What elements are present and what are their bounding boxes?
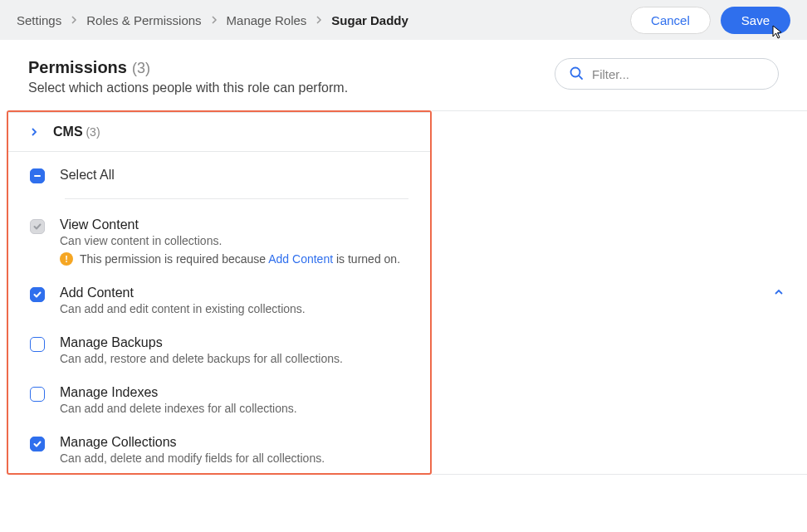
breadcrumb-roles-permissions[interactable]: Roles & Permissions	[86, 13, 201, 27]
permission-desc: Can add and edit content in existing col…	[60, 302, 408, 315]
permission-note-suffix: is turned on.	[333, 252, 400, 266]
permissions-list: Select All View Content Can view content…	[8, 152, 430, 473]
permission-desc: Can add and delete indexes for all colle…	[60, 402, 408, 415]
checkbox-manage-backups[interactable]	[30, 337, 45, 352]
permission-note: ! This permission is required because Ad…	[60, 252, 408, 266]
permission-desc: Can add, restore and delete backups for …	[60, 352, 408, 365]
page-title-label: Permissions	[28, 58, 127, 77]
permission-desc: Can view content in collections.	[60, 234, 408, 247]
cancel-button[interactable]: Cancel	[630, 7, 711, 34]
chevron-right-icon	[30, 128, 38, 136]
svg-line-1	[579, 76, 582, 79]
header-actions: Cancel Save	[630, 7, 790, 34]
highlight-frame: CMS (3) Select All View Content Can view…	[7, 110, 432, 475]
section-title-label: CMS	[53, 124, 83, 139]
permission-view-content: View Content Can view content in collect…	[30, 206, 408, 274]
save-button[interactable]: Save	[721, 7, 790, 34]
permission-manage-indexes: Manage Indexes Can add and delete indexe…	[30, 373, 408, 423]
checkbox-manage-indexes[interactable]	[30, 387, 45, 402]
permission-title: Manage Collections	[60, 435, 408, 450]
filter-input[interactable]	[592, 67, 765, 81]
chevron-right-icon	[210, 16, 218, 24]
page-title-count: (3)	[132, 60, 150, 77]
checkbox-manage-collections[interactable]	[30, 437, 45, 451]
select-all-label: Select All	[60, 168, 115, 183]
permission-title: View Content	[60, 217, 408, 232]
permission-add-content: Add Content Can add and edit content in …	[30, 274, 408, 324]
page-title: Permissions (3)	[28, 58, 348, 77]
permission-note-prefix: This permission is required because	[80, 252, 268, 266]
warning-icon: !	[60, 252, 73, 266]
permission-manage-collections: Manage Collections Can add, delete and m…	[30, 423, 408, 473]
permission-note-link[interactable]: Add Content	[268, 252, 333, 266]
permission-title: Manage Backups	[60, 335, 408, 350]
breadcrumb: Settings Roles & Permissions Manage Role…	[17, 13, 408, 27]
section-title: CMS (3)	[53, 124, 100, 139]
select-all-checkbox[interactable]	[30, 168, 45, 183]
title-text: Permissions (3) Select which actions peo…	[28, 58, 348, 95]
permission-desc: Can add, delete and modify fields for al…	[60, 451, 408, 465]
section-count: (3)	[86, 125, 100, 139]
chevron-up-icon[interactable]	[774, 286, 784, 300]
checkbox-view-content	[30, 219, 45, 234]
header-bar: Settings Roles & Permissions Manage Role…	[0, 0, 807, 40]
search-icon	[569, 66, 584, 83]
save-button-label: Save	[741, 13, 770, 27]
section-header-cms[interactable]: CMS (3)	[8, 112, 430, 152]
cursor-icon	[771, 24, 785, 41]
title-row: Permissions (3) Select which actions peo…	[0, 40, 807, 110]
checkbox-add-content[interactable]	[30, 287, 45, 302]
chevron-right-icon	[70, 16, 78, 24]
breadcrumb-settings[interactable]: Settings	[17, 13, 61, 27]
permission-title: Manage Indexes	[60, 385, 408, 400]
section-header-right	[432, 110, 807, 475]
page-subtitle: Select which actions people with this ro…	[28, 81, 348, 95]
breadcrumb-current: Sugar Daddy	[331, 13, 408, 27]
chevron-right-icon	[315, 16, 323, 24]
permission-title: Add Content	[60, 286, 408, 300]
select-all-row[interactable]: Select All	[65, 152, 408, 199]
filter-input-wrap[interactable]	[555, 58, 779, 90]
permission-manage-backups: Manage Backups Can add, restore and dele…	[30, 324, 408, 373]
breadcrumb-manage-roles[interactable]: Manage Roles	[227, 13, 307, 27]
